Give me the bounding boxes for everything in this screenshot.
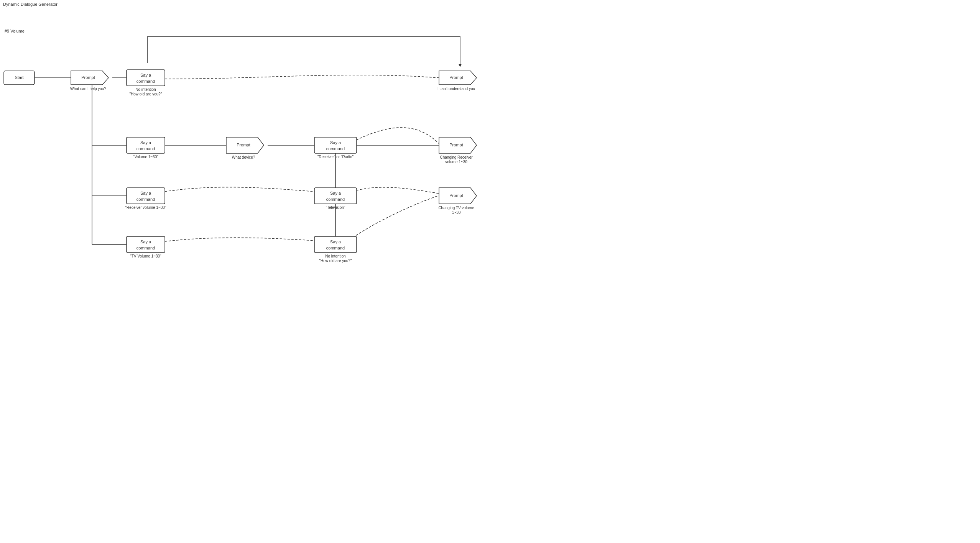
- svg-text:command: command: [136, 79, 155, 84]
- svg-text:command: command: [326, 146, 345, 151]
- svg-text:Prompt: Prompt: [449, 193, 463, 198]
- prompt2-node[interactable]: Prompt: [226, 137, 264, 153]
- svg-text:Say a: Say a: [330, 140, 341, 145]
- say3-node[interactable]: Say a command: [314, 137, 357, 153]
- say6-label: "TV Volume 1~30": [130, 254, 161, 258]
- svg-text:Prompt: Prompt: [449, 143, 463, 147]
- say1-label1: No intention: [135, 87, 156, 92]
- prompt4-label2: 1~30: [452, 210, 461, 215]
- prompt1-node[interactable]: Prompt: [71, 71, 109, 85]
- prompt4-label1: Changing TV volume: [438, 206, 474, 210]
- svg-text:Prompt: Prompt: [449, 75, 463, 80]
- say5-node[interactable]: Say a command: [314, 188, 357, 204]
- say2-label: "Volume 1~30": [133, 155, 158, 159]
- prompt3-label2: volume 1~30: [445, 160, 467, 164]
- say7-label2: "How old are you?": [319, 259, 352, 263]
- prompt4-node[interactable]: Prompt: [439, 188, 477, 204]
- prompt1-label: What can I help you?: [70, 87, 106, 91]
- prompt3-node[interactable]: Prompt: [439, 137, 477, 153]
- diagram-canvas: Start Prompt What can I help you? Say a …: [0, 0, 490, 272]
- svg-text:command: command: [326, 197, 345, 202]
- svg-text:command: command: [136, 146, 155, 151]
- svg-text:Prompt: Prompt: [81, 75, 95, 80]
- say1-node[interactable]: Say a command: [127, 70, 165, 86]
- svg-text:Say a: Say a: [140, 140, 151, 145]
- say4-node[interactable]: Say a command: [127, 188, 165, 204]
- prompt-right-top-label: I can't understand you: [437, 87, 475, 91]
- prompt3-label1: Changing Receiver: [440, 155, 473, 159]
- say7-node[interactable]: Say a command: [314, 236, 357, 253]
- svg-text:command: command: [136, 246, 155, 250]
- say1-label2: "How old are you?": [130, 92, 162, 96]
- prompt2-label: What device?: [232, 155, 255, 159]
- say3-label: "Receiver" or "Radio": [317, 155, 354, 159]
- svg-marker-22: [459, 64, 462, 67]
- prompt-right-top-node[interactable]: Prompt: [439, 71, 477, 85]
- say4-label: "Receiver volume 1~30": [125, 205, 166, 210]
- start-node[interactable]: Start: [4, 71, 35, 85]
- svg-text:Prompt: Prompt: [237, 143, 250, 147]
- say6-node[interactable]: Say a command: [127, 236, 165, 253]
- svg-text:Say a: Say a: [330, 240, 341, 244]
- svg-text:command: command: [136, 197, 155, 202]
- svg-text:Say a: Say a: [140, 191, 151, 195]
- say5-label: "Television": [326, 205, 345, 210]
- svg-text:Say a: Say a: [140, 73, 151, 77]
- say2-node[interactable]: Say a command: [127, 137, 165, 153]
- svg-text:Say a: Say a: [140, 240, 151, 244]
- svg-text:Start: Start: [15, 75, 23, 80]
- say7-label1: No intention: [325, 254, 345, 258]
- svg-text:command: command: [326, 246, 345, 250]
- svg-text:Say a: Say a: [330, 191, 341, 195]
